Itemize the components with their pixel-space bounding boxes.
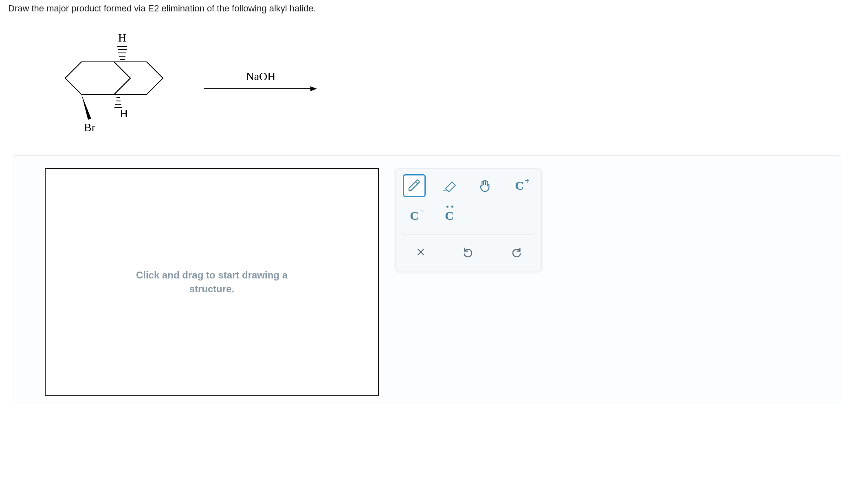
- toolbox: C+ C− C: [395, 168, 542, 271]
- svg-marker-11: [81, 94, 91, 120]
- reagent-label: NaOH: [204, 70, 318, 83]
- cation-tool[interactable]: C+: [508, 174, 531, 197]
- hand-icon: [477, 179, 491, 193]
- eraser-icon: [442, 180, 457, 192]
- close-icon: [416, 247, 426, 257]
- anion-tool[interactable]: C−: [403, 204, 426, 227]
- redo-icon: [510, 246, 522, 258]
- problem-figure: H H Br NaOH: [0, 17, 853, 156]
- lone-pair-label: C: [445, 209, 454, 223]
- pencil-tool[interactable]: [403, 174, 426, 197]
- canvas-placeholder: Click and drag to start drawing a struct…: [118, 268, 306, 296]
- undo-icon: [463, 246, 474, 258]
- h-top-label: H: [118, 31, 126, 44]
- svg-marker-13: [310, 86, 317, 91]
- reaction-arrow-icon: [204, 85, 318, 93]
- eraser-tool[interactable]: [438, 174, 461, 197]
- pencil-icon: [407, 179, 421, 193]
- h-bottom-label: H: [120, 107, 128, 120]
- clear-button[interactable]: [409, 241, 432, 263]
- redo-button[interactable]: [505, 241, 528, 263]
- svg-marker-0: [65, 62, 130, 94]
- svg-marker-1: [114, 62, 163, 94]
- cation-label: C+: [515, 179, 524, 193]
- undo-button[interactable]: [457, 241, 480, 263]
- lone-pair-tool[interactable]: C: [438, 204, 461, 227]
- question-text: Draw the major product formed via E2 eli…: [0, 0, 853, 17]
- br-label: Br: [84, 121, 96, 134]
- drawing-canvas[interactable]: Click and drag to start drawing a struct…: [45, 168, 379, 396]
- answer-panel: Click and drag to start drawing a struct…: [12, 156, 841, 404]
- reaction-conditions: NaOH: [204, 70, 318, 94]
- anion-label: C−: [410, 209, 419, 223]
- reactant-structure: H H Br: [41, 25, 187, 139]
- move-tool[interactable]: [473, 174, 496, 197]
